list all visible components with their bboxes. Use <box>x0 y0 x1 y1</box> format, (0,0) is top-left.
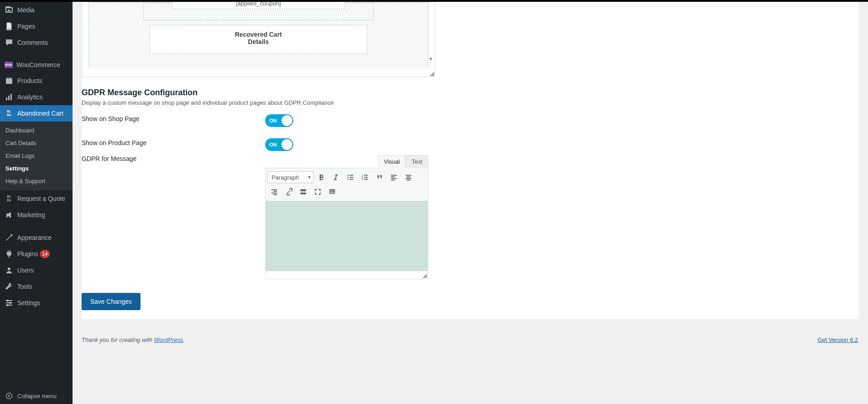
placeholder-title: Recovered Cart <box>235 31 282 38</box>
sidebar-item-pages[interactable]: Pages <box>0 18 73 34</box>
svg-rect-28 <box>391 176 395 177</box>
sidebar-item-marketing[interactable]: Marketing <box>0 207 73 223</box>
submenu-help[interactable]: Help & Support <box>0 175 73 188</box>
sidebar-item-tools[interactable]: Tools <box>0 278 73 295</box>
tab-visual[interactable]: Visual <box>378 155 406 168</box>
editor-body[interactable] <box>265 201 428 271</box>
tab-text[interactable]: Text <box>406 155 428 168</box>
sidebar-item-settings[interactable]: Settings <box>0 295 73 311</box>
svg-rect-3 <box>6 78 12 78</box>
align-left-button[interactable] <box>387 171 401 184</box>
svg-rect-4 <box>6 97 7 100</box>
svg-rect-31 <box>406 175 412 176</box>
row-show-product: Show on Product Page ON <box>82 138 859 152</box>
bold-button[interactable] <box>315 171 328 184</box>
resize-handle[interactable] <box>430 72 434 76</box>
blockquote-button[interactable] <box>373 171 386 184</box>
sidebar-item-woocommerce[interactable]: woo WooCommerce <box>0 57 73 73</box>
italic-button[interactable] <box>329 171 343 184</box>
collapse-icon <box>5 391 14 400</box>
sidebar-item-users[interactable]: Users <box>0 262 73 278</box>
svg-rect-20 <box>349 179 353 180</box>
link-button[interactable] <box>282 185 296 198</box>
admin-footer: Thank you for creating with WordPress. G… <box>82 328 859 343</box>
svg-rect-38 <box>273 194 277 195</box>
svg-rect-47 <box>330 193 331 194</box>
svg-point-7 <box>8 268 10 270</box>
sidebar-item-request-quote[interactable]: ELEx Request a Quote <box>0 190 73 207</box>
sidebar-item-comments[interactable]: Comments <box>0 34 73 51</box>
plugins-icon <box>5 249 14 258</box>
footer-thanks-prefix: Thank you for creating with <box>82 336 154 343</box>
submenu-settings[interactable]: Settings <box>0 162 73 175</box>
svg-rect-48 <box>331 193 332 194</box>
svg-rect-6 <box>10 94 12 100</box>
toggle-on-text: ON <box>269 114 277 127</box>
show-product-label: Show on Product Page <box>82 138 265 146</box>
sidebar-item-label: Appearance <box>17 234 52 242</box>
chevron-down-icon: ▼ <box>307 175 311 180</box>
editor-toolbar: Paragraph ▼ 123 <box>265 168 428 201</box>
svg-rect-46 <box>335 191 335 192</box>
sidebar-item-appearance[interactable]: Appearance <box>0 229 73 246</box>
sidebar-item-media[interactable]: Media <box>0 2 73 18</box>
svg-rect-42 <box>330 190 335 191</box>
footer-thanks-suffix: . <box>183 336 185 343</box>
tools-icon <box>5 282 14 291</box>
get-version-link[interactable]: Get Version 6.2 <box>817 336 858 343</box>
sidebar-item-analytics[interactable]: Analytics <box>0 89 73 105</box>
svg-rect-45 <box>333 191 334 192</box>
svg-rect-25 <box>364 177 368 178</box>
svg-rect-1 <box>7 23 11 28</box>
show-product-toggle[interactable]: ON <box>265 138 293 151</box>
submenu-label: Settings <box>5 165 29 173</box>
scroll-down-icon[interactable]: ▼ <box>429 57 433 61</box>
svg-rect-26 <box>364 179 368 180</box>
main-content: [applied_coupon] Recovered Cart Details … <box>73 2 868 404</box>
email-template-editor: [applied_coupon] Recovered Cart Details … <box>82 2 435 77</box>
submenu-dashboard[interactable]: Dashboard <box>0 124 73 137</box>
submenu-label: Cart Details <box>5 139 36 147</box>
products-icon <box>5 76 14 85</box>
format-select[interactable]: Paragraph ▼ <box>267 171 314 183</box>
submenu-cart-details[interactable]: Cart Details <box>0 137 73 150</box>
gdpr-section-title: GDPR Message Configuration <box>82 88 859 97</box>
fullscreen-button[interactable] <box>311 185 325 198</box>
sidebar-item-abandoned-cart[interactable]: ELEx Abandoned Cart <box>0 105 73 122</box>
sidebar-item-label: Comments <box>17 39 48 47</box>
svg-point-11 <box>7 300 9 302</box>
svg-rect-40 <box>301 191 306 192</box>
svg-text:3: 3 <box>362 178 363 180</box>
svg-rect-34 <box>407 180 411 180</box>
numbered-list-button[interactable]: 123 <box>358 171 372 184</box>
svg-rect-18 <box>349 175 353 176</box>
sidebar-item-products[interactable]: Products <box>0 73 73 89</box>
align-center-button[interactable] <box>402 171 415 184</box>
show-shop-toggle[interactable]: ON <box>265 114 293 127</box>
sidebar-item-plugins[interactable]: Plugins 14 <box>0 246 73 262</box>
read-more-button[interactable] <box>296 185 310 198</box>
sidebar-item-label: Users <box>17 266 34 274</box>
resize-handle[interactable] <box>422 273 427 278</box>
svg-rect-50 <box>335 193 335 194</box>
appearance-icon <box>5 233 14 242</box>
comment-icon <box>5 38 14 47</box>
sidebar-item-label: Pages <box>17 22 35 30</box>
svg-rect-36 <box>273 191 277 192</box>
svg-rect-39 <box>301 190 306 191</box>
toolbar-toggle-button[interactable] <box>325 185 339 198</box>
submenu-email-logs[interactable]: Email Logs <box>0 150 73 162</box>
svg-rect-43 <box>330 191 331 192</box>
bullet-list-button[interactable] <box>344 171 357 184</box>
sidebar-separator <box>0 223 73 229</box>
sidebar-item-label: Analytics <box>17 93 43 101</box>
svg-rect-33 <box>406 178 412 179</box>
collapse-menu-button[interactable]: Collapse menu <box>0 388 73 404</box>
align-right-button[interactable] <box>267 185 281 198</box>
submenu-label: Dashboard <box>5 127 34 135</box>
save-button[interactable]: Save Changes <box>82 293 141 310</box>
wordpress-link[interactable]: WordPress <box>154 336 183 343</box>
toggle-knob <box>281 115 292 126</box>
show-shop-label: Show on Shop Page <box>82 114 265 122</box>
submenu-label: Help & Support <box>5 177 45 185</box>
